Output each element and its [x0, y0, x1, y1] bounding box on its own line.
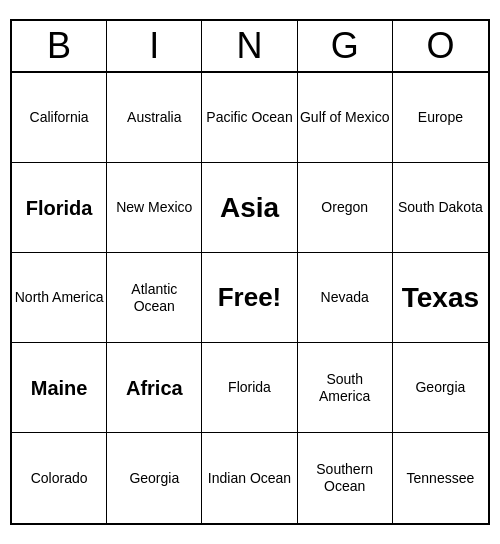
bingo-cell-17: Florida: [202, 343, 297, 433]
bingo-cell-10: North America: [12, 253, 107, 343]
bingo-cell-7: Asia: [202, 163, 297, 253]
bingo-cell-3: Gulf of Mexico: [298, 73, 393, 163]
bingo-cell-22: Indian Ocean: [202, 433, 297, 523]
header-letter-o: O: [393, 21, 488, 71]
bingo-cell-23: Southern Ocean: [298, 433, 393, 523]
header-letter-n: N: [202, 21, 297, 71]
header-letter-b: B: [12, 21, 107, 71]
bingo-cell-6: New Mexico: [107, 163, 202, 253]
bingo-cell-19: Georgia: [393, 343, 488, 433]
bingo-cell-12: Free!: [202, 253, 297, 343]
bingo-grid: CaliforniaAustraliaPacific OceanGulf of …: [12, 73, 488, 523]
bingo-cell-21: Georgia: [107, 433, 202, 523]
bingo-cell-15: Maine: [12, 343, 107, 433]
bingo-cell-4: Europe: [393, 73, 488, 163]
bingo-cell-16: Africa: [107, 343, 202, 433]
bingo-cell-14: Texas: [393, 253, 488, 343]
bingo-cell-0: California: [12, 73, 107, 163]
bingo-cell-20: Colorado: [12, 433, 107, 523]
bingo-cell-5: Florida: [12, 163, 107, 253]
bingo-header: BINGO: [12, 21, 488, 73]
bingo-cell-13: Nevada: [298, 253, 393, 343]
bingo-cell-11: Atlantic Ocean: [107, 253, 202, 343]
bingo-cell-2: Pacific Ocean: [202, 73, 297, 163]
header-letter-g: G: [298, 21, 393, 71]
header-letter-i: I: [107, 21, 202, 71]
bingo-cell-8: Oregon: [298, 163, 393, 253]
bingo-cell-1: Australia: [107, 73, 202, 163]
bingo-cell-18: South America: [298, 343, 393, 433]
bingo-cell-9: South Dakota: [393, 163, 488, 253]
bingo-card: BINGO CaliforniaAustraliaPacific OceanGu…: [10, 19, 490, 525]
bingo-cell-24: Tennessee: [393, 433, 488, 523]
